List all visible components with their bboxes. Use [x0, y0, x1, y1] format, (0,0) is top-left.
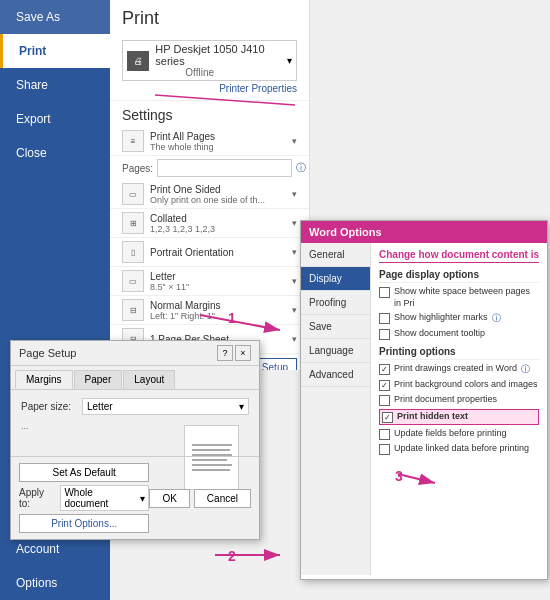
wo-print-checkbox-5[interactable]: [379, 444, 390, 455]
wo-print-label-5: Update linked data before printing: [394, 443, 529, 455]
wo-print-checkbox-2[interactable]: [379, 395, 390, 406]
settings-sub-2: 1,2,3 1,2,3 1,2,3: [150, 224, 286, 234]
print-options-button[interactable]: Print Options...: [19, 514, 149, 533]
wo-print-checkbox-4[interactable]: [379, 429, 390, 440]
printer-properties-link[interactable]: Printer Properties: [122, 83, 297, 94]
chevron-icon-4: ▾: [292, 276, 297, 286]
settings-sub-0: The whole thing: [150, 142, 286, 152]
wo-sidebar-language[interactable]: Language: [301, 339, 370, 363]
settings-item-4[interactable]: ▭ Letter 8.5" × 11" ▾: [110, 267, 309, 296]
wo-print-option-4: Update fields before printing: [379, 428, 539, 440]
wo-sidebar-display[interactable]: Display: [301, 267, 370, 291]
wo-sidebar-advanced[interactable]: Advanced: [301, 363, 370, 387]
settings-item-3[interactable]: ▯ Portrait Orientation ▾: [110, 238, 309, 267]
settings-item-1[interactable]: ▭ Print One Sided Only print on one side…: [110, 180, 309, 209]
apply-to-value: Whole document: [64, 487, 138, 509]
wo-checkbox-2[interactable]: [379, 329, 390, 340]
print-all-icon: ≡: [122, 130, 144, 152]
settings-label-1: Print One Sided: [150, 184, 286, 195]
wo-sidebar-general[interactable]: General: [301, 243, 370, 267]
paper-size-row: Paper size: Letter ▾: [21, 398, 249, 415]
sidebar-item-export[interactable]: Export: [0, 102, 110, 136]
settings-item-2[interactable]: ⊞ Collated 1,2,3 1,2,3 1,2,3 ▾: [110, 209, 309, 238]
sidebar-item-save-as[interactable]: Save As: [0, 0, 110, 34]
chevron-down-icon: ▾: [287, 55, 292, 66]
settings-item-0[interactable]: ≡ Print All Pages The whole thing ▾: [110, 127, 309, 156]
wo-print-label-4: Update fields before printing: [394, 428, 507, 440]
wo-print-checkbox-3[interactable]: [382, 412, 393, 423]
page-title: Print: [110, 0, 309, 33]
dialog-titlebar: Page Setup ? ×: [11, 341, 259, 366]
wo-option-2: Show document tooltip: [379, 328, 539, 340]
word-options-titlebar: Word Options: [301, 221, 547, 243]
dialog-close-button[interactable]: ×: [235, 345, 251, 361]
printer-name: HP Deskjet 1050 J410 series: [155, 43, 287, 67]
dialog-tab-layout[interactable]: Layout: [123, 370, 175, 389]
collated-icon: ⊞: [122, 212, 144, 234]
settings-label-3: Portrait Orientation: [150, 247, 286, 258]
wo-print-option-3: Print hidden text: [379, 409, 539, 425]
wo-content-header: Change how document content is: [379, 249, 539, 263]
info-icon-print-0: ⓘ: [521, 363, 530, 376]
pages-info-icon: ⓘ: [296, 161, 306, 175]
page-setup-dialog: Page Setup ? × Margins Paper Layout Pape…: [10, 340, 260, 540]
sidebar-item-options[interactable]: Options: [0, 566, 110, 600]
chevron-icon-0: ▾: [292, 136, 297, 146]
printer-section: 🖨 HP Deskjet 1050 J410 series Offline ▾ …: [110, 33, 309, 101]
wo-print-label-2: Print document properties: [394, 394, 497, 406]
step-number-2: 2: [228, 548, 236, 564]
dialog-help-button[interactable]: ?: [217, 345, 233, 361]
info-icon-1: ⓘ: [492, 312, 501, 325]
set-as-default-button[interactable]: Set As Default: [19, 463, 149, 482]
settings-label-5: Normal Margins: [150, 300, 286, 311]
apply-to-label: Apply to:: [19, 487, 57, 509]
wo-option-label-0: Show white space between pages in Pri: [394, 286, 539, 309]
paper-size-dropdown[interactable]: Letter ▾: [82, 398, 249, 415]
apply-to-row: Set As Default Apply to: Whole document …: [19, 463, 149, 533]
pages-input[interactable]: [157, 159, 292, 177]
chevron-icon-2: ▾: [292, 218, 297, 228]
pages-row: Pages: ⓘ: [110, 156, 309, 180]
chevron-icon-3: ▾: [292, 247, 297, 257]
dialog-title: Page Setup: [19, 347, 77, 359]
sidebar-item-print[interactable]: Print: [0, 34, 110, 68]
pages-label: Pages:: [122, 163, 153, 174]
printer-status: Offline: [185, 67, 287, 78]
sidebar-item-share[interactable]: Share: [0, 68, 110, 102]
paper-size-label: Paper size:: [21, 401, 76, 412]
wo-option-label-2: Show document tooltip: [394, 328, 485, 340]
wo-sidebar-proofing[interactable]: Proofing: [301, 291, 370, 315]
chevron-icon-5: ▾: [292, 305, 297, 315]
dialog-footer-buttons: OK Cancel: [149, 489, 251, 508]
chevron-icon: ▾: [140, 493, 145, 504]
chevron-down-icon: ▾: [239, 401, 244, 412]
settings-label-2: Collated: [150, 213, 286, 224]
wo-print-checkbox-0[interactable]: [379, 364, 390, 375]
orientation-icon: ▯: [122, 241, 144, 263]
cancel-button[interactable]: Cancel: [194, 489, 251, 508]
word-options-body: General Display Proofing Save Language A…: [301, 243, 547, 575]
wo-checkbox-0[interactable]: [379, 287, 390, 298]
word-options-content: Change how document content is Page disp…: [371, 243, 547, 575]
settings-sub-4: 8.5" × 11": [150, 282, 286, 292]
wo-checkbox-1[interactable]: [379, 313, 390, 324]
dialog-tab-paper[interactable]: Paper: [74, 370, 123, 389]
dialog-tabs: Margins Paper Layout: [11, 366, 259, 390]
settings-item-5[interactable]: ⊟ Normal Margins Left: 1" Right: 1" ▾: [110, 296, 309, 325]
word-options-dialog: Word Options General Display Proofing Sa…: [300, 220, 548, 580]
apply-to-dropdown[interactable]: Whole document ▾: [60, 485, 149, 511]
printer-dropdown[interactable]: 🖨 HP Deskjet 1050 J410 series Offline ▾: [122, 40, 297, 81]
chevron-icon-1: ▾: [292, 189, 297, 199]
paper-size-value: Letter: [87, 401, 113, 412]
sidebar-item-close[interactable]: Close: [0, 136, 110, 170]
paper-size-icon: ▭: [122, 270, 144, 292]
wo-print-label-3: Print hidden text: [397, 411, 468, 423]
wo-print-option-5: Update linked data before printing: [379, 443, 539, 455]
ok-button[interactable]: OK: [149, 489, 189, 508]
dialog-tab-margins[interactable]: Margins: [15, 370, 73, 389]
wo-print-option-2: Print document properties: [379, 394, 539, 406]
wo-sidebar-save[interactable]: Save: [301, 315, 370, 339]
word-options-sidebar: General Display Proofing Save Language A…: [301, 243, 371, 575]
wo-print-checkbox-1[interactable]: [379, 380, 390, 391]
printer-icon: 🖨: [127, 51, 149, 71]
